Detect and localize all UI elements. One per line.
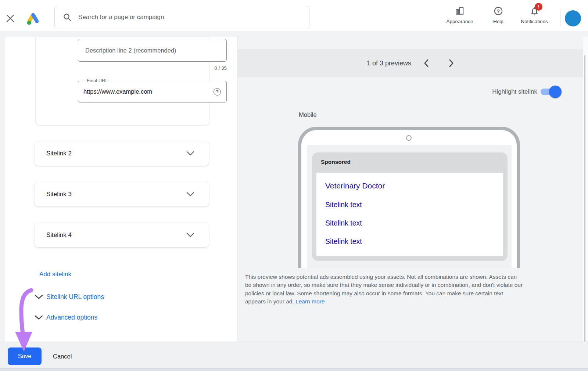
char-counter: 0 / 35: [78, 65, 227, 71]
save-button[interactable]: Save: [8, 347, 42, 365]
google-ads-sitelink-editor: Appearance ? Help ! Notifications: [0, 0, 588, 371]
disclaimer-line: be shown in any order, so make sure that…: [245, 281, 571, 289]
final-url-input[interactable]: [78, 88, 214, 96]
sitelink-2-title: Sitelink 2: [46, 150, 186, 157]
final-url-label: Final URL: [85, 78, 110, 83]
description-line-2-field: [78, 39, 227, 62]
chevron-down-icon: [35, 295, 43, 299]
disclaimer-line: This preview shows potential ads assembl…: [245, 273, 571, 281]
next-preview-button[interactable]: [448, 49, 454, 78]
notifications-button[interactable]: ! Notifications: [514, 6, 555, 24]
help-icon: ?: [488, 6, 509, 16]
bottom-edge-strip: [0, 368, 588, 371]
add-sitelink-link[interactable]: Add sitelink: [39, 271, 71, 278]
chevron-down-icon: [186, 192, 195, 197]
close-icon[interactable]: [5, 13, 15, 24]
final-url-help-icon[interactable]: ?: [214, 88, 221, 96]
sitelink-3-title: Sitelink 3: [46, 191, 186, 198]
appearance-label: Appearance: [443, 19, 477, 24]
notifications-label: Notifications: [514, 19, 555, 24]
ad-headline-link[interactable]: Veterinary Doctor: [325, 181, 385, 190]
ad-sitelink-link[interactable]: Sitelink text: [325, 201, 362, 209]
ad-card: Veterinary Doctor Sitelink text Sitelink…: [316, 173, 503, 256]
avatar[interactable]: [565, 10, 581, 26]
sponsored-label: Sponsored: [321, 159, 351, 165]
disclaimer-line: policies or local law. Some shortening m…: [245, 289, 571, 298]
sitelink-4-title: Sitelink 4: [46, 231, 186, 239]
header-divider: [560, 10, 560, 26]
ad-preview-pane: 1 of 3 previews Highlight sitelink Mobil…: [238, 37, 583, 342]
top-bar: Appearance ? Help ! Notifications: [0, 0, 588, 31]
mobile-phone-mockup: Sponsored Veterinary Doctor Sitelink tex…: [298, 127, 520, 268]
chevron-down-icon: [186, 233, 195, 238]
description-line-2-input[interactable]: [78, 39, 226, 61]
appearance-button[interactable]: Appearance: [443, 6, 477, 24]
toggle-knob: [549, 86, 562, 98]
learn-more-link[interactable]: Learn more: [295, 298, 325, 305]
scrollbar-thumb[interactable]: [584, 55, 585, 353]
phone-screen: Sponsored Veterinary Doctor Sitelink tex…: [307, 145, 512, 268]
sitelink-url-options-label: Sitelink URL options: [46, 293, 104, 301]
global-search: [54, 6, 309, 28]
device-label: Mobile: [299, 111, 317, 118]
final-url-field: Final URL ?: [78, 81, 227, 102]
header-separator: [0, 31, 588, 37]
sitelink-4-card[interactable]: Sitelink 4: [35, 223, 209, 247]
cancel-button[interactable]: Cancel: [51, 347, 74, 365]
chevron-down-icon: [35, 315, 43, 320]
sitelink-form-panel: 0 / 35 Final URL ? Sitelink 2 Sitelink 3…: [5, 37, 238, 342]
google-ads-logo-icon: [26, 11, 40, 26]
help-label: Help: [488, 19, 509, 24]
sitelink-3-card[interactable]: Sitelink 3: [35, 182, 209, 206]
preview-counter: 1 of 3 previews: [367, 49, 411, 78]
search-input[interactable]: [78, 13, 309, 21]
preview-disclaimer: This preview shows potential ads assembl…: [245, 273, 571, 306]
notification-badge: !: [535, 3, 542, 11]
highlight-sitelink-label: Highlight sitelink: [492, 88, 537, 96]
scrollbar-track[interactable]: [583, 37, 588, 368]
highlight-sitelink-row: Highlight sitelink: [492, 88, 560, 96]
phone-camera-icon: [406, 135, 412, 141]
ad-sitelink-link[interactable]: Sitelink text: [325, 237, 362, 246]
highlight-sitelink-toggle[interactable]: [541, 89, 560, 95]
sitelink-2-card[interactable]: Sitelink 2: [35, 141, 209, 166]
svg-text:?: ?: [497, 8, 500, 14]
disclaimer-line: appears in your ad. Learn more: [245, 298, 571, 306]
search-icon: [63, 13, 72, 22]
left-gutter: [0, 37, 5, 342]
preview-pagination-bar: 1 of 3 previews: [238, 49, 583, 78]
sitelink-url-options-toggle[interactable]: Sitelink URL options: [35, 293, 104, 301]
help-button[interactable]: ? Help: [488, 6, 509, 24]
previous-preview-button[interactable]: [423, 49, 429, 78]
advanced-options-toggle[interactable]: Advanced options: [35, 314, 97, 321]
advanced-options-label: Advanced options: [46, 314, 97, 321]
sitelink-1-card: 0 / 35 Final URL ?: [35, 37, 209, 125]
ad-sitelink-link[interactable]: Sitelink text: [325, 219, 362, 227]
sponsored-ad-block: Sponsored Veterinary Doctor Sitelink tex…: [312, 152, 508, 261]
chevron-down-icon: [186, 151, 195, 156]
action-bar: Save Cancel: [0, 342, 588, 369]
appearance-icon: [443, 6, 477, 16]
